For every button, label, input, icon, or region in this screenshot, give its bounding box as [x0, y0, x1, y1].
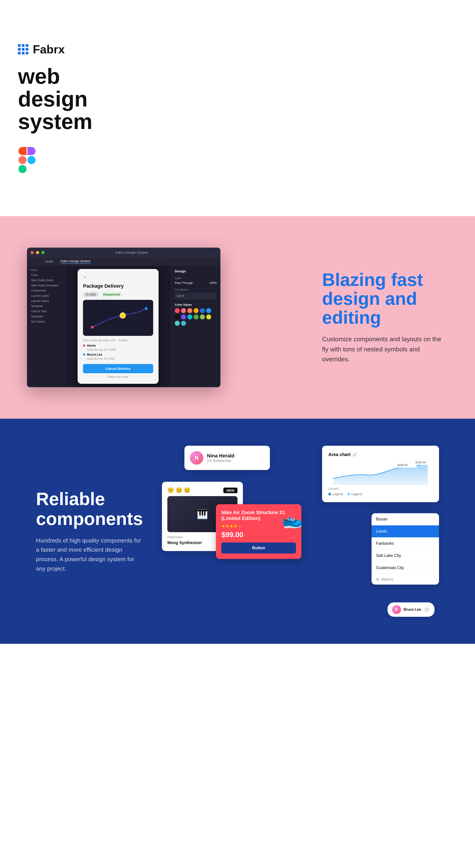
page-item[interactable]: Templates	[30, 314, 62, 319]
logo-dot	[18, 52, 21, 55]
design-tool-mockup: Fabrx Design System Drafts Fabrx Design …	[27, 248, 220, 387]
hero-title: web design system	[18, 65, 112, 133]
reliable-desc: Hundreds of high quality components for …	[36, 536, 144, 574]
svg-point-7	[91, 326, 94, 329]
profile-avatar: B	[392, 605, 401, 614]
page-item[interactable]: Layouts (Light)	[30, 293, 62, 298]
figma-cell-blue	[28, 156, 36, 164]
package-status: Dispatched	[101, 292, 123, 297]
dropdown-item-salt-lake[interactable]: Salt Lake City	[372, 550, 439, 562]
reliable-title: Reliable components	[36, 489, 144, 529]
design-tab[interactable]: Design	[175, 269, 217, 273]
back-arrow[interactable]: ←	[83, 274, 88, 280]
legend1: Legend	[332, 492, 343, 496]
hero-section: Fabrx web design system	[0, 0, 475, 216]
figma-cell-green	[19, 165, 27, 173]
components-showcase: N Nina Herald UX Researcher ⋯ Area chart…	[162, 446, 439, 617]
svg-point-9	[120, 313, 126, 318]
legend2: Legend	[351, 492, 362, 496]
tab-fabrx[interactable]: Fabrx Design System	[61, 259, 91, 264]
user-avatar: N	[190, 451, 203, 465]
logo-dot	[26, 52, 28, 55]
figma-cell-orange	[19, 147, 27, 155]
product-name: Moog Synthesizer	[167, 540, 202, 545]
page-item[interactable]: Layouts (Dark)	[30, 299, 62, 303]
logo-container: Fabrx	[18, 42, 112, 56]
constraints-label: Constraints	[175, 288, 217, 291]
dropdown-item-guatemala[interactable]: Guatemala City	[372, 562, 439, 574]
dt-left-sidebar: Pages Cover Style Guide (Dark) Style Gui…	[27, 266, 65, 387]
area-chart-svg: $2465.50 $1561.56	[328, 458, 433, 485]
logo-dot	[18, 48, 21, 51]
minimize-dot	[36, 251, 39, 254]
page-item[interactable]: My Projects	[30, 319, 62, 324]
from-label: Home	[87, 344, 96, 347]
dropdown-card-component: Busan Leeds Fairbanks Salt Lake City Gua…	[372, 513, 439, 585]
logo-dot	[26, 48, 28, 51]
color-styles-label: Color Styles	[175, 303, 217, 306]
profile-icon: ↗	[424, 607, 430, 613]
to-label: Bruce Lee	[87, 353, 102, 356]
profile-name: Bruce Lee	[404, 608, 421, 612]
dt-right-panel: Design Layer Pass Through 100% Constrain…	[171, 266, 220, 387]
logo-dot	[26, 44, 28, 47]
svg-text:$2465.50: $2465.50	[398, 464, 408, 466]
user-name: Nina Herald	[207, 453, 234, 459]
logo-dot	[22, 52, 25, 55]
tabs-row: Drafts Fabrx Design System	[27, 257, 220, 266]
brand-name: Fabrx	[33, 42, 65, 56]
close-dot	[31, 251, 34, 254]
logo-dot	[18, 44, 21, 47]
arrival-label: Est. Arrival: Monday 11th - 3:46pm	[83, 339, 153, 342]
product-new-badge: NEW	[223, 488, 238, 493]
chart-title: Area chart	[328, 452, 351, 457]
more-options-icon[interactable]: ⋯	[260, 455, 265, 461]
area-chart-card: Area chart 📈 $2465.50 $	[322, 446, 439, 502]
chart-legend: Legend Legend	[328, 492, 433, 496]
svg-point-8	[145, 307, 147, 310]
product-emoji-reactions: 😕 😊 😊	[167, 487, 191, 493]
opacity-value: 100%	[209, 281, 217, 284]
package-card: ← Package Delivery D-2462 Dispatched	[77, 269, 159, 384]
to-address: 9142 6th Ave, PC 2345	[83, 357, 153, 361]
growth-label: Growth	[328, 487, 433, 491]
blazing-title: Blazing fast design and editing	[322, 270, 448, 327]
package-map	[83, 300, 153, 336]
toolbar-spacer: Fabrx Design System	[47, 251, 217, 255]
hero-left: Fabrx web design system	[0, 0, 130, 216]
user-subtitle: UX Researcher	[207, 459, 234, 463]
svg-text:$1561.56: $1561.56	[415, 461, 426, 464]
chart-icon: 📈	[352, 453, 357, 457]
page-item[interactable]: Components	[30, 288, 62, 293]
shoe-card-component: Nike Air Zoom Structure 21 (Limited Edit…	[216, 504, 301, 559]
dropdown-item-fairbanks[interactable]: Fairbanks	[372, 537, 439, 550]
page-item[interactable]: Cover	[30, 273, 62, 277]
dropdown-item-leeds[interactable]: Leeds	[372, 525, 439, 537]
package-id: D-2462	[83, 292, 99, 297]
dropdown-options-row[interactable]: ⚙Options	[372, 574, 439, 585]
tab-drafts[interactable]: Drafts	[45, 260, 53, 264]
page-item[interactable]: Style Guide (Changes)	[30, 283, 62, 288]
package-title: Package Delivery	[83, 283, 153, 289]
logo-dot	[22, 44, 25, 47]
figma-icon	[18, 147, 36, 174]
report-issue-link[interactable]: Report an issue	[83, 375, 153, 378]
cancel-delivery-button[interactable]: Cancel Delivery	[83, 364, 153, 373]
page-item[interactable]: Style Guide (Dark)	[30, 278, 62, 282]
page-item[interactable]: Chart & Data	[30, 309, 62, 314]
figma-cell-red	[19, 156, 27, 164]
shoe-button[interactable]: Button	[221, 542, 296, 554]
mockup-toolbar: Fabrx Design System	[27, 248, 220, 257]
pages-label: Pages	[30, 268, 62, 272]
user-card-component: N Nina Herald UX Researcher ⋯	[184, 446, 270, 470]
dt-canvas: ← Package Delivery D-2462 Dispatched	[65, 266, 171, 387]
dark-section: Reliable components Hundreds of high qua…	[0, 419, 475, 644]
layer-label: Layer	[175, 277, 217, 280]
blazing-desc: Customize components and layouts on the …	[322, 334, 448, 365]
dropdown-item-busan[interactable]: Busan	[372, 513, 439, 525]
app-title: Fabrx Design System	[115, 251, 148, 254]
pink-section: Fabrx Design System Drafts Fabrx Design …	[0, 216, 475, 419]
expand-dot	[41, 251, 44, 254]
page-item[interactable]: Templates	[30, 304, 62, 308]
profile-bottom-strip: B Bruce Lee ↗	[387, 602, 435, 617]
